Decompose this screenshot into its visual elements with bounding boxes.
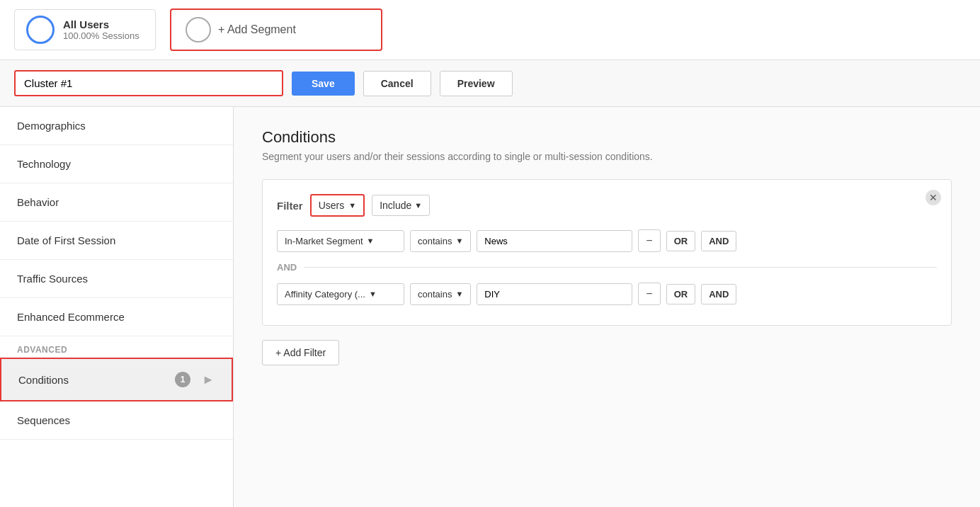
preview-button[interactable]: Preview: [440, 71, 513, 96]
close-filter-button[interactable]: ✕: [925, 190, 941, 205]
sidebar-demographics-label: Demographics: [17, 120, 86, 132]
field-chevron-1-icon: ▼: [367, 237, 375, 245]
advanced-section-label: Advanced: [0, 336, 233, 358]
cancel-button[interactable]: Cancel: [363, 71, 431, 96]
sidebar-ecommerce-label: Enhanced Ecommerce: [17, 311, 125, 323]
segment-info: All Users 100.00% Sessions: [63, 18, 139, 41]
field-label-2: Affinity Category (...: [285, 289, 365, 300]
add-filter-button[interactable]: + Add Filter: [262, 340, 339, 365]
cluster-name-input[interactable]: [14, 70, 283, 96]
sidebar-item-enhanced-ecommerce[interactable]: Enhanced Ecommerce: [0, 298, 233, 336]
operator-chevron-2-icon: ▼: [455, 290, 463, 298]
sidebar-date-label: Date of First Session: [17, 234, 115, 246]
operator-dropdown-2[interactable]: contains ▼: [410, 283, 471, 305]
include-chevron-icon: ▼: [414, 201, 422, 210]
add-segment-circle-icon: [186, 17, 211, 42]
include-dropdown[interactable]: Include ▼: [372, 195, 430, 216]
sidebar-item-sequences[interactable]: Sequences: [0, 401, 233, 440]
operator-label-1: contains: [418, 236, 452, 246]
conditions-badge: 1: [175, 372, 190, 387]
sidebar-item-date-of-first-session[interactable]: Date of First Session: [0, 222, 233, 260]
and-divider: AND: [277, 262, 937, 273]
main-layout: Demographics Technology Behavior Date of…: [0, 107, 980, 507]
segment-circle-icon: [26, 16, 55, 44]
sidebar-conditions-label: Conditions: [18, 374, 69, 386]
add-segment-label: + Add Segment: [218, 23, 296, 36]
and-button-1[interactable]: AND: [701, 231, 736, 251]
top-bar: All Users 100.00% Sessions + Add Segment: [0, 0, 980, 60]
and-divider-label: AND: [277, 262, 297, 273]
sidebar-item-technology[interactable]: Technology: [0, 145, 233, 183]
save-button[interactable]: Save: [292, 72, 355, 96]
conditions-arrow-icon: ►: [202, 372, 215, 387]
or-button-1[interactable]: OR: [666, 231, 696, 251]
condition-row-2: Affinity Category (... ▼ contains ▼ − OR…: [277, 283, 937, 305]
field-dropdown-2[interactable]: Affinity Category (... ▼: [277, 283, 404, 305]
filter-label: Filter: [277, 200, 303, 212]
users-dropdown[interactable]: Users ▼: [310, 194, 365, 217]
sidebar-item-demographics[interactable]: Demographics: [0, 107, 233, 145]
sidebar-technology-label: Technology: [17, 158, 71, 170]
include-label: Include: [380, 200, 411, 211]
value-input-1[interactable]: [477, 230, 632, 252]
remove-condition-2-button[interactable]: −: [638, 283, 660, 305]
page-title: Conditions: [262, 128, 952, 147]
sidebar-sequences-label: Sequences: [17, 414, 70, 426]
or-button-2[interactable]: OR: [666, 284, 696, 304]
filter-header: Filter Users ▼ Include ▼: [277, 194, 937, 217]
editor-bar: Save Cancel Preview: [0, 60, 980, 107]
add-segment-button[interactable]: + Add Segment: [170, 8, 382, 51]
users-dropdown-label: Users: [319, 200, 345, 211]
sidebar-item-conditions[interactable]: Conditions 1 ►: [0, 358, 233, 401]
field-dropdown-1[interactable]: In-Market Segment ▼: [277, 230, 404, 252]
operator-label-2: contains: [418, 289, 452, 300]
all-users-segment[interactable]: All Users 100.00% Sessions: [14, 9, 156, 50]
sidebar-traffic-label: Traffic Sources: [17, 273, 88, 285]
segment-name: All Users: [63, 18, 139, 30]
condition-row-1: In-Market Segment ▼ contains ▼ − OR AND: [277, 229, 937, 252]
sidebar: Demographics Technology Behavior Date of…: [0, 107, 234, 507]
page-description: Segment your users and/or their sessions…: [262, 151, 952, 162]
operator-dropdown-1[interactable]: contains ▼: [410, 230, 471, 252]
field-chevron-2-icon: ▼: [369, 290, 377, 298]
field-label-1: In-Market Segment: [285, 236, 363, 246]
sidebar-item-traffic-sources[interactable]: Traffic Sources: [0, 260, 233, 298]
and-button-2[interactable]: AND: [701, 284, 736, 304]
operator-chevron-1-icon: ▼: [455, 237, 463, 245]
segment-sessions: 100.00% Sessions: [63, 30, 139, 41]
value-input-2[interactable]: [477, 283, 632, 305]
users-chevron-icon: ▼: [348, 201, 356, 210]
content-area: Conditions Segment your users and/or the…: [234, 107, 980, 507]
remove-condition-1-button[interactable]: −: [638, 229, 660, 252]
filter-box: ✕ Filter Users ▼ Include ▼ In-Market Seg…: [262, 179, 952, 326]
sidebar-item-behavior[interactable]: Behavior: [0, 183, 233, 222]
sidebar-behavior-label: Behavior: [17, 196, 59, 208]
